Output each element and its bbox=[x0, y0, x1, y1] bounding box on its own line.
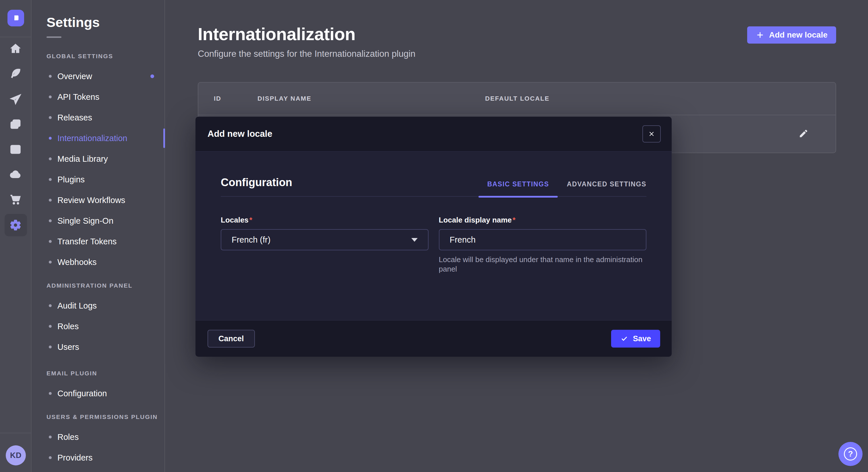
close-icon bbox=[648, 131, 655, 137]
nav-rail: KD bbox=[0, 0, 32, 472]
locales-select-value: French (fr) bbox=[231, 235, 270, 245]
bullet-icon bbox=[49, 96, 52, 98]
bullet-icon bbox=[49, 436, 52, 438]
table-header-row: ID DISPLAY NAME DEFAULT LOCALE bbox=[198, 82, 836, 115]
notification-dot-icon bbox=[150, 74, 154, 78]
help-button[interactable]: ? bbox=[838, 442, 863, 466]
bullet-icon bbox=[49, 345, 52, 348]
sidebar-title: Settings bbox=[46, 14, 164, 30]
column-header-display-name: DISPLAY NAME bbox=[257, 95, 485, 102]
pencil-icon bbox=[798, 129, 808, 139]
settings-sidebar: Settings GLOBAL SETTINGS Overview API To… bbox=[32, 0, 165, 472]
modal-body: Configuration BASIC SETTINGS ADVANCED SE… bbox=[195, 152, 672, 320]
sidebar-item-admin-roles[interactable]: Roles bbox=[46, 316, 164, 337]
bullet-icon bbox=[49, 178, 52, 181]
settings-icon[interactable] bbox=[9, 218, 22, 232]
active-indicator-bar bbox=[163, 129, 165, 148]
marketplace-icon[interactable] bbox=[9, 193, 22, 206]
column-header-default-locale: DEFAULT LOCALE bbox=[485, 95, 836, 102]
bullet-icon bbox=[49, 137, 52, 140]
avatar[interactable]: KD bbox=[6, 445, 26, 465]
cancel-button[interactable]: Cancel bbox=[208, 330, 255, 347]
close-modal-button[interactable] bbox=[642, 125, 661, 142]
save-button[interactable]: Save bbox=[611, 330, 660, 347]
add-new-locale-button[interactable]: Add new locale bbox=[747, 26, 836, 43]
sidebar-item-audit-logs[interactable]: Audit Logs bbox=[46, 295, 164, 316]
bullet-icon bbox=[49, 220, 52, 222]
display-name-label: Locale display name* bbox=[439, 216, 647, 225]
sidebar-item-api-tokens[interactable]: API Tokens bbox=[46, 87, 164, 107]
sidebar-item-media-library[interactable]: Media Library bbox=[46, 148, 164, 169]
title-dash bbox=[46, 36, 61, 38]
modal-footer: Cancel Save bbox=[195, 320, 672, 357]
bullet-icon bbox=[49, 116, 52, 119]
question-mark-icon: ? bbox=[844, 447, 857, 461]
display-name-field: Locale display name* Locale will be disp… bbox=[439, 216, 647, 274]
sidebar-item-providers[interactable]: Providers bbox=[46, 447, 164, 468]
section-header-global-settings: GLOBAL SETTINGS bbox=[46, 53, 164, 60]
display-name-helper-text: Locale will be displayed under that name… bbox=[439, 255, 644, 274]
plus-icon bbox=[756, 31, 764, 39]
modal-header: Add new locale bbox=[195, 117, 672, 152]
page-subtitle: Configure the settings for the Internati… bbox=[198, 49, 415, 59]
strapi-logo[interactable] bbox=[7, 10, 24, 26]
sidebar-item-users[interactable]: Users bbox=[46, 337, 164, 357]
bullet-icon bbox=[49, 261, 52, 264]
home-icon[interactable] bbox=[9, 42, 22, 55]
modal-tabs: BASIC SETTINGS ADVANCED SETTINGS bbox=[487, 180, 646, 189]
media-library-icon[interactable] bbox=[9, 118, 22, 131]
locales-label: Locales* bbox=[221, 216, 429, 225]
modal-title: Add new locale bbox=[208, 129, 272, 139]
rail-divider bbox=[0, 37, 32, 37]
sidebar-item-transfer-tokens[interactable]: Transfer Tokens bbox=[46, 231, 164, 252]
sidebar-item-internationalization[interactable]: Internationalization bbox=[46, 128, 164, 148]
page-title: Internationalization bbox=[198, 24, 415, 44]
content-manager-icon[interactable] bbox=[9, 143, 22, 156]
sidebar-item-single-sign-on[interactable]: Single Sign-On bbox=[46, 210, 164, 231]
cloud-icon[interactable] bbox=[9, 168, 22, 181]
bullet-icon bbox=[49, 199, 52, 202]
sidebar-item-overview[interactable]: Overview bbox=[46, 66, 164, 87]
bullet-icon bbox=[49, 456, 52, 459]
locales-select[interactable]: French (fr) bbox=[221, 229, 429, 250]
required-asterisk: * bbox=[513, 216, 516, 224]
add-new-locale-modal: Add new locale Configuration BASIC SETTI… bbox=[195, 117, 672, 357]
tab-basic-settings[interactable]: BASIC SETTINGS bbox=[487, 180, 549, 189]
bullet-icon bbox=[49, 158, 52, 160]
bullet-icon bbox=[49, 75, 52, 78]
required-asterisk: * bbox=[249, 216, 252, 224]
tab-advanced-settings[interactable]: ADVANCED SETTINGS bbox=[567, 180, 646, 189]
sidebar-item-email-configuration[interactable]: Configuration bbox=[46, 383, 164, 404]
section-header-email-plugin: EMAIL PLUGIN bbox=[46, 370, 164, 377]
sidebar-item-releases[interactable]: Releases bbox=[46, 107, 164, 128]
section-header-users-permissions-plugin: USERS & PERMISSIONS PLUGIN bbox=[46, 413, 164, 420]
bullet-icon bbox=[49, 325, 52, 328]
configuration-heading: Configuration bbox=[221, 176, 292, 189]
rail-divider bbox=[0, 433, 32, 433]
display-name-input[interactable] bbox=[439, 229, 647, 250]
sidebar-item-webhooks[interactable]: Webhooks bbox=[46, 252, 164, 272]
sidebar-item-plugins[interactable]: Plugins bbox=[46, 169, 164, 190]
check-icon bbox=[620, 335, 628, 343]
edit-locale-button[interactable] bbox=[798, 129, 808, 139]
content-type-builder-icon[interactable] bbox=[9, 67, 22, 80]
bullet-icon bbox=[49, 392, 52, 395]
locales-field: Locales* French (fr) bbox=[221, 216, 429, 274]
section-header-administration-panel: ADMINISTRATION PANEL bbox=[46, 282, 164, 289]
deploy-icon[interactable] bbox=[9, 93, 22, 106]
bullet-icon bbox=[49, 304, 52, 307]
sidebar-item-review-workflows[interactable]: Review Workflows bbox=[46, 190, 164, 210]
bullet-icon bbox=[49, 240, 52, 243]
chevron-down-icon bbox=[411, 238, 417, 242]
sidebar-item-up-roles[interactable]: Roles bbox=[46, 427, 164, 447]
column-header-id: ID bbox=[214, 95, 257, 102]
